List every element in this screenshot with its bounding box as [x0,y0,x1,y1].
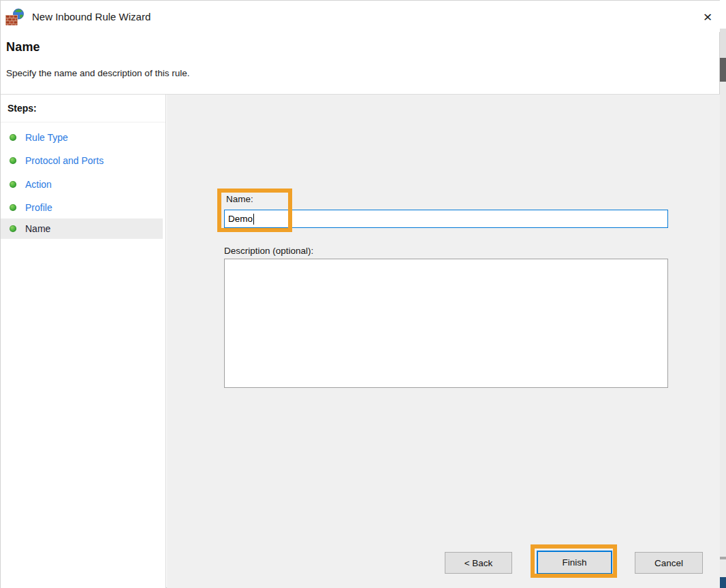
background-scrollbar-thumb[interactable] [720,58,726,82]
background-scrollbar-top [720,0,726,29]
sidebar-item-profile[interactable]: Profile [1,197,163,218]
sidebar-item-name-current[interactable]: Name [1,218,163,239]
background-scrollbar [720,0,726,588]
name-field-label: Name: [226,194,253,204]
sidebar-item-protocol-and-ports[interactable]: Protocol and Ports [1,150,163,171]
green-dot-icon [10,134,16,141]
background-scrollbar-mark [720,557,726,559]
step-label: Name [25,223,50,234]
background-window-edge [720,577,726,588]
step-label: Action [25,179,52,190]
title-bar: New Inbound Rule Wizard ✕ [1,1,721,32]
firewall-icon [5,8,25,26]
sidebar-item-action[interactable]: Action [1,174,163,195]
sidebar-item-rule-type[interactable]: Rule Type [1,127,163,148]
step-label: Protocol and Ports [25,155,104,166]
steps-heading: Steps: [7,103,37,114]
page-title: Name [6,40,40,54]
cancel-button[interactable]: Cancel [635,552,703,574]
green-dot-icon [10,204,16,211]
text-caret [253,214,254,225]
background-scrollbar-track [720,29,726,58]
green-dot-icon [10,181,16,188]
rule-name-value: Demo [228,214,253,224]
page-subtitle: Specify the name and description of this… [6,68,189,78]
step-label: Profile [25,202,52,213]
steps-divider [1,122,165,122]
finish-button[interactable]: Finish [537,551,612,574]
wizard-dialog: New Inbound Rule Wizard ✕ Name Specify t… [0,0,720,588]
green-dot-icon [10,225,16,232]
rule-name-input[interactable]: Demo [224,210,668,228]
description-field-label: Description (optional): [224,246,313,256]
close-icon: ✕ [703,10,712,24]
window-title: New Inbound Rule Wizard [32,11,151,22]
step-label: Rule Type [25,132,68,143]
steps-sidebar: Steps: Rule Type Protocol and Ports Acti… [1,95,166,588]
green-dot-icon [10,157,16,164]
close-button[interactable]: ✕ [697,6,719,28]
back-button[interactable]: < Back [445,552,512,574]
rule-description-textarea[interactable] [224,259,668,388]
